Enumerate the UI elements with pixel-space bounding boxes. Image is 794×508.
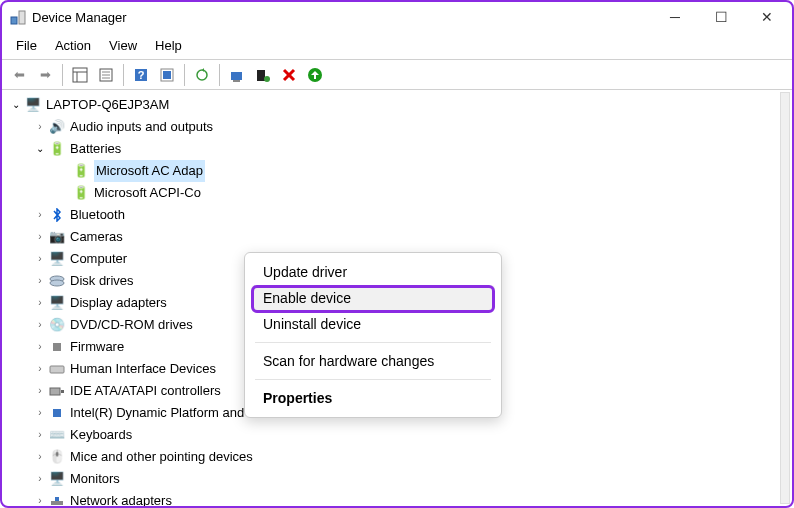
tree-item-batteries[interactable]: ⌄🔋Batteries: [8, 138, 788, 160]
maximize-button[interactable]: ☐: [698, 2, 744, 32]
scrollbar[interactable]: [780, 92, 790, 504]
svg-marker-14: [202, 68, 204, 72]
menu-file[interactable]: File: [8, 36, 45, 55]
separator: [219, 64, 220, 86]
chevron-down-icon[interactable]: ⌄: [8, 94, 24, 116]
label: Keyboards: [70, 424, 132, 446]
chevron-right-icon[interactable]: ›: [32, 226, 48, 248]
chevron-right-icon[interactable]: ›: [32, 358, 48, 380]
tree-item-mice[interactable]: ›🖱️Mice and other pointing devices: [8, 446, 788, 468]
tree-item-ac-adapter[interactable]: 🔋Microsoft AC Adap: [8, 160, 788, 182]
separator: [184, 64, 185, 86]
svg-rect-25: [53, 343, 61, 351]
label: Microsoft ACPI-Co: [94, 182, 201, 204]
chevron-right-icon[interactable]: ›: [32, 270, 48, 292]
label: Audio inputs and outputs: [70, 116, 213, 138]
tree-item-audio[interactable]: ›🔊Audio inputs and outputs: [8, 116, 788, 138]
menu-action[interactable]: Action: [47, 36, 99, 55]
chevron-right-icon[interactable]: ›: [32, 402, 48, 424]
chevron-down-icon[interactable]: ⌄: [32, 138, 48, 160]
chevron-right-icon[interactable]: ›: [32, 446, 48, 468]
uninstall-device-icon[interactable]: [278, 64, 300, 86]
svg-rect-28: [61, 390, 64, 393]
chip-icon: [48, 404, 66, 422]
show-hide-tree-icon[interactable]: [69, 64, 91, 86]
chevron-right-icon[interactable]: ›: [32, 468, 48, 490]
chevron-right-icon[interactable]: ›: [32, 314, 48, 336]
close-button[interactable]: ✕: [744, 2, 790, 32]
dvd-icon: 💿: [48, 316, 66, 334]
svg-text:?: ?: [138, 69, 145, 81]
svg-point-13: [197, 70, 207, 80]
chevron-right-icon[interactable]: ›: [32, 380, 48, 402]
tree-item-acpi[interactable]: 🔋Microsoft ACPI-Co: [8, 182, 788, 204]
svg-rect-15: [231, 72, 242, 80]
svg-rect-17: [257, 70, 265, 81]
chevron-right-icon[interactable]: ›: [32, 336, 48, 358]
menu-update-driver[interactable]: Update driver: [245, 259, 501, 285]
svg-rect-1: [19, 11, 25, 24]
chevron-right-icon[interactable]: ›: [32, 204, 48, 226]
tree-item-network[interactable]: ›Network adapters: [8, 490, 788, 506]
label: Batteries: [70, 138, 121, 160]
svg-rect-12: [163, 71, 171, 79]
audio-icon: 🔊: [48, 118, 66, 136]
help-icon[interactable]: ?: [130, 64, 152, 86]
svg-rect-0: [11, 17, 17, 24]
monitor-icon: 🖥️: [48, 470, 66, 488]
label: Firmware: [70, 336, 124, 358]
network-icon: [48, 492, 66, 506]
menu-enable-device[interactable]: Enable device: [251, 285, 495, 311]
menu-properties[interactable]: Properties: [245, 385, 501, 411]
tree-item-keyboards[interactable]: ›⌨️Keyboards: [8, 424, 788, 446]
root-label: LAPTOP-Q6EJP3AM: [46, 94, 169, 116]
content-area: ⌄🖥️LAPTOP-Q6EJP3AM ›🔊Audio inputs and ou…: [2, 90, 792, 506]
tree-root[interactable]: ⌄🖥️LAPTOP-Q6EJP3AM: [8, 94, 788, 116]
svg-point-24: [50, 280, 64, 286]
menu-scan-changes[interactable]: Scan for hardware changes: [245, 348, 501, 374]
svg-rect-30: [51, 501, 63, 505]
minimize-button[interactable]: ─: [652, 2, 698, 32]
tree-item-cameras[interactable]: ›📷Cameras: [8, 226, 788, 248]
label: IDE ATA/ATAPI controllers: [70, 380, 221, 402]
svg-rect-16: [233, 80, 240, 82]
firmware-icon: [48, 338, 66, 356]
label: Computer: [70, 248, 127, 270]
display-icon: 🖥️: [48, 294, 66, 312]
context-menu: Update driver Enable device Uninstall de…: [244, 252, 502, 418]
chevron-right-icon[interactable]: ›: [32, 424, 48, 446]
label: Mice and other pointing devices: [70, 446, 253, 468]
svg-rect-31: [55, 497, 59, 501]
scan-changes-icon[interactable]: [304, 64, 326, 86]
menu-view[interactable]: View: [101, 36, 145, 55]
tree-item-bluetooth[interactable]: ›Bluetooth: [8, 204, 788, 226]
back-icon[interactable]: ⬅: [8, 64, 30, 86]
disable-device-icon[interactable]: [252, 64, 274, 86]
titlebar: Device Manager ─ ☐ ✕: [2, 2, 792, 32]
forward-icon[interactable]: ➡: [34, 64, 56, 86]
label: Display adapters: [70, 292, 167, 314]
chevron-right-icon[interactable]: ›: [32, 292, 48, 314]
chevron-right-icon[interactable]: ›: [32, 490, 48, 506]
computer-icon: 🖥️: [48, 250, 66, 268]
menubar: File Action View Help: [2, 32, 792, 60]
separator: [62, 64, 63, 86]
menu-help[interactable]: Help: [147, 36, 190, 55]
svg-rect-26: [50, 366, 64, 373]
tree-item-monitors[interactable]: ›🖥️Monitors: [8, 468, 788, 490]
app-icon: [10, 9, 26, 25]
separator: [255, 342, 491, 343]
svg-rect-29: [53, 409, 61, 417]
properties-icon[interactable]: [95, 64, 117, 86]
chevron-right-icon[interactable]: ›: [32, 248, 48, 270]
update-driver-icon[interactable]: [191, 64, 213, 86]
separator: [123, 64, 124, 86]
chevron-right-icon[interactable]: ›: [32, 116, 48, 138]
label: Human Interface Devices: [70, 358, 216, 380]
scan-icon[interactable]: [156, 64, 178, 86]
svg-rect-2: [73, 68, 87, 82]
menu-uninstall-device[interactable]: Uninstall device: [245, 311, 501, 337]
label: Bluetooth: [70, 204, 125, 226]
battery-icon: 🔋: [72, 162, 90, 180]
enable-device-icon[interactable]: [226, 64, 248, 86]
